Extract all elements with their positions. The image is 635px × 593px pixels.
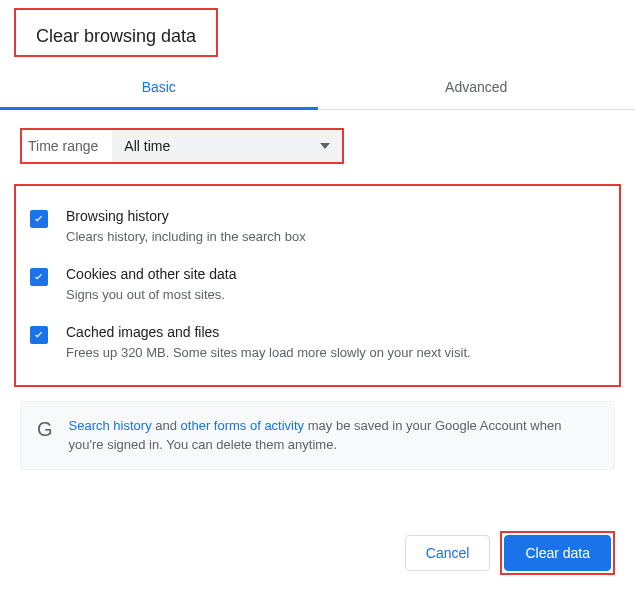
check-icon: [32, 270, 46, 284]
option-title: Cached images and files: [66, 324, 471, 340]
option-text: Cookies and other site data Signs you ou…: [66, 266, 236, 304]
option-browsing-history: Browsing history Clears history, includi…: [24, 198, 611, 256]
dialog-buttons: Cancel Clear data: [405, 531, 615, 575]
option-text: Browsing history Clears history, includi…: [66, 208, 306, 246]
checkbox-browsing-history[interactable]: [30, 210, 48, 228]
options-highlight: Browsing history Clears history, includi…: [14, 184, 621, 387]
time-range-select[interactable]: All time: [112, 130, 342, 162]
info-text-part: and: [152, 418, 181, 433]
option-desc: Clears history, including in the search …: [66, 228, 306, 246]
tabs: Basic Advanced: [0, 65, 635, 110]
tab-advanced[interactable]: Advanced: [318, 65, 636, 109]
dialog-title: Clear browsing data: [16, 10, 216, 55]
cancel-button[interactable]: Cancel: [405, 535, 491, 571]
option-cookies: Cookies and other site data Signs you ou…: [24, 256, 611, 314]
link-other-activity[interactable]: other forms of activity: [181, 418, 305, 433]
option-title: Cookies and other site data: [66, 266, 236, 282]
option-cached: Cached images and files Frees up 320 MB.…: [24, 314, 611, 372]
google-icon: G: [37, 418, 53, 441]
clear-button-highlight: Clear data: [500, 531, 615, 575]
dropdown-icon: [320, 143, 330, 149]
dialog-title-highlight: Clear browsing data: [14, 8, 218, 57]
time-range-highlight: Time range All time: [20, 128, 344, 164]
info-text: Search history and other forms of activi…: [69, 416, 598, 455]
option-text: Cached images and files Frees up 320 MB.…: [66, 324, 471, 362]
check-icon: [32, 328, 46, 342]
checkbox-cached[interactable]: [30, 326, 48, 344]
option-desc: Signs you out of most sites.: [66, 286, 236, 304]
clear-data-button[interactable]: Clear data: [504, 535, 611, 571]
time-range-value: All time: [124, 138, 170, 154]
time-range-label: Time range: [22, 132, 100, 160]
info-box: G Search history and other forms of acti…: [20, 401, 615, 470]
checkbox-cookies[interactable]: [30, 268, 48, 286]
option-desc: Frees up 320 MB. Some sites may load mor…: [66, 344, 471, 362]
check-icon: [32, 212, 46, 226]
link-search-history[interactable]: Search history: [69, 418, 152, 433]
option-title: Browsing history: [66, 208, 306, 224]
tab-basic[interactable]: Basic: [0, 65, 318, 109]
